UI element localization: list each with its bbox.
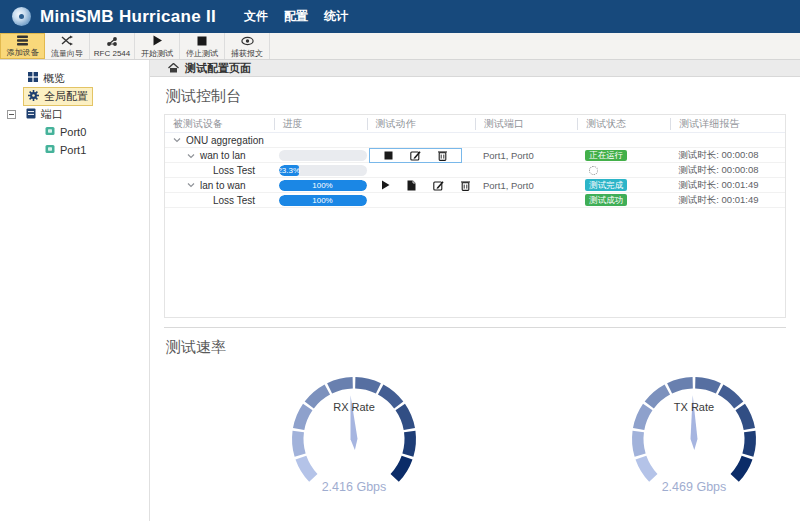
edit-action-icon[interactable] <box>433 180 444 191</box>
gauge-value: 2.469 Gbps <box>662 480 727 494</box>
progress-bar: 100% <box>279 180 367 191</box>
action-group <box>367 180 470 191</box>
gear-icon <box>28 90 39 103</box>
col-report: 测试详细报告 <box>670 118 785 130</box>
breadcrumb-label: 测试配置页面 <box>185 61 251 76</box>
status-badge: 测试完成 <box>585 179 627 191</box>
device-name: ONU aggregation <box>186 135 264 146</box>
sidebar-item-label: Port0 <box>60 126 86 138</box>
status-badge: 正在运行 <box>585 150 627 162</box>
menu-config[interactable]: 配置 <box>284 8 308 25</box>
sidebar-item-label: 概览 <box>43 71 65 86</box>
status-badge: 测试成功 <box>585 194 627 206</box>
chevron-down-icon[interactable] <box>173 137 181 143</box>
collapse-expander-icon[interactable] <box>7 110 16 119</box>
col-action: 测试动作 <box>367 118 476 130</box>
speed-panel-title: 测试速率 <box>166 338 784 357</box>
menu-file[interactable]: 文件 <box>244 8 268 25</box>
rfc2544-button[interactable]: RFC 2544 <box>90 33 135 59</box>
sidebar-item-port0[interactable]: Port0 <box>0 123 149 141</box>
table-row-loss-test-2: Loss Test 100% 测试成功 测试时长: 00:01:49 <box>165 193 785 208</box>
overview-grid-icon <box>28 72 38 84</box>
gauge-label: RX Rate <box>333 401 375 413</box>
delete-action-icon[interactable] <box>461 180 470 191</box>
device-name: Loss Test <box>213 195 255 206</box>
loading-spinner-icon <box>589 166 598 175</box>
add-device-icon <box>16 35 29 46</box>
gauge-chart: TX Rate2.469 Gbps <box>606 365 782 499</box>
test-report: 测试时长: 00:00:08 <box>670 163 785 177</box>
port-icon <box>45 126 55 138</box>
app-logo-icon <box>12 7 31 26</box>
device-name: wan to lan <box>200 150 246 161</box>
add-device-button[interactable]: 添加设备 <box>0 33 45 59</box>
sidebar-item-port1[interactable]: Port1 <box>0 141 149 159</box>
table-row-loss-test-1: Loss Test 23.3% 测试时长: 00:00:08 <box>165 163 785 178</box>
test-ports: Port1, Port0 <box>475 148 577 163</box>
device-name: lan to wan <box>200 180 246 191</box>
action-group-focused <box>369 148 462 163</box>
traffic-wizard-button[interactable]: 流量向导 <box>45 33 90 59</box>
col-device: 被测试设备 <box>165 118 274 130</box>
chevron-down-icon[interactable] <box>187 182 195 188</box>
table-row-group: ONU aggregation <box>165 133 785 148</box>
gauges-row: RX Rate2.416 Gbps TX Rate2.469 Gbps <box>164 365 786 499</box>
delete-action-icon[interactable] <box>438 150 447 161</box>
port-icon <box>45 144 55 156</box>
play-icon <box>152 35 163 47</box>
test-ports: Port1, Port0 <box>475 178 577 192</box>
stop-action-icon[interactable] <box>384 151 393 160</box>
toolbar: 添加设备 流量向导 RFC 2544 开始测试 停止测试 <box>0 33 800 60</box>
sidebar-item-label: Port1 <box>60 144 86 156</box>
stop-icon <box>197 35 207 47</box>
ports-icon <box>26 108 36 121</box>
test-report: 测试时长: 00:01:49 <box>670 178 785 192</box>
device-tree-sidebar: 概览 全局配置 <box>0 60 150 521</box>
menu-statistics[interactable]: 统计 <box>324 8 348 25</box>
progress-bar: 23.3% <box>279 165 367 176</box>
stop-test-button[interactable]: 停止测试 <box>180 33 225 59</box>
sidebar-item-ports[interactable]: 端口 <box>0 105 149 123</box>
col-progress: 进度 <box>274 118 367 130</box>
menu-bar: 文件 配置 统计 <box>244 8 348 25</box>
start-test-button[interactable]: 开始测试 <box>135 33 180 59</box>
node-graph-icon <box>106 36 118 48</box>
table-header: 被测试设备 进度 测试动作 测试端口 测试状态 测试详细报告 <box>165 115 785 133</box>
table-row-lan-to-wan: lan to wan 100% <box>165 178 785 193</box>
report-file-action-icon[interactable] <box>407 180 416 191</box>
test-report: 测试时长: 00:00:08 <box>670 148 785 163</box>
test-speed-panel: 测试速率 RX Rate2.416 Gbps TX Rate2.469 Gbps <box>164 327 786 499</box>
edit-action-icon[interactable] <box>410 150 421 161</box>
col-ports: 测试端口 <box>475 118 577 130</box>
sidebar-item-label: 端口 <box>41 107 63 122</box>
gauge-value: 2.416 Gbps <box>322 480 387 494</box>
home-icon <box>168 63 179 73</box>
sidebar-item-global-config[interactable]: 全局配置 <box>0 87 149 105</box>
rx-rate-gauge: RX Rate2.416 Gbps <box>264 365 444 499</box>
gauge-label: TX Rate <box>674 401 714 413</box>
device-name: Loss Test <box>213 165 255 176</box>
eye-icon <box>241 35 254 47</box>
chevron-down-icon[interactable] <box>187 153 195 159</box>
breadcrumb[interactable]: 测试配置页面 <box>150 60 800 77</box>
test-report: 测试时长: 00:01:49 <box>670 193 785 207</box>
console-panel-title: 测试控制台 <box>166 87 784 106</box>
gauge-chart: RX Rate2.416 Gbps <box>266 365 442 499</box>
sidebar-item-overview[interactable]: 概览 <box>0 69 149 87</box>
tx-rate-gauge: TX Rate2.469 Gbps <box>604 365 784 499</box>
play-action-icon[interactable] <box>381 180 390 190</box>
shuffle-icon <box>61 35 74 47</box>
table-row-wan-to-lan: wan to lan <box>165 148 785 163</box>
capture-packets-button[interactable]: 捕获报文 <box>225 33 270 59</box>
title-bar: MiniSMB Hurricane II 文件 配置 统计 <box>0 0 800 33</box>
progress-bar: 100% <box>279 195 367 206</box>
test-console-table: 被测试设备 进度 测试动作 测试端口 测试状态 测试详细报告 O <box>164 114 786 318</box>
col-status: 测试状态 <box>577 118 670 130</box>
progress-bar <box>279 150 367 161</box>
sidebar-item-label: 全局配置 <box>44 89 88 104</box>
test-console-panel: 测试控制台 被测试设备 进度 测试动作 测试端口 测试状态 测试详细报告 <box>164 87 786 318</box>
app-title: MiniSMB Hurricane II <box>40 7 216 27</box>
